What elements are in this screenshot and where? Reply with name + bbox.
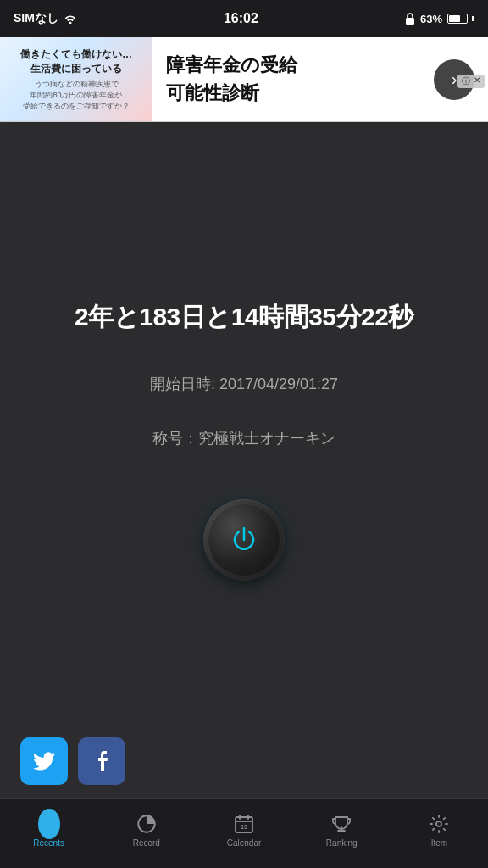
record-tab-icon [136, 813, 158, 835]
status-right: 63% [405, 13, 474, 25]
recents-tab-icon [38, 813, 60, 835]
start-date-label: 開始日時: 2017/04/29/01:27 [150, 374, 338, 394]
svg-rect-0 [406, 18, 414, 25]
ad-main-text-line2: 可能性診断 [166, 81, 297, 106]
power-button-wrapper[interactable] [203, 499, 285, 581]
ad-image-sub: うつ病などの精神疾患で年間約80万円の障害年金が受給できるのをご存知ですか？ [23, 79, 130, 111]
tab-item[interactable]: Item [391, 799, 488, 868]
timer-display: 2年と183日と14時間35分22秒 [75, 300, 413, 333]
power-button[interactable] [203, 499, 285, 581]
gear-icon [429, 814, 449, 834]
pie-chart-icon [136, 813, 158, 835]
calendar-tab-label: Calendar [227, 838, 262, 848]
ad-close-icon[interactable]: ✕ [474, 75, 480, 87]
svg-point-6 [436, 821, 441, 826]
calendar-icon: 15 [234, 814, 254, 834]
clock-icon [41, 815, 58, 832]
svg-text:15: 15 [241, 824, 247, 830]
tab-calendar[interactable]: 15 Calendar [195, 799, 292, 868]
calendar-tab-icon: 15 [233, 813, 255, 835]
tab-ranking[interactable]: Ranking [293, 799, 391, 868]
lock-icon [405, 13, 415, 25]
ad-content[interactable]: 障害年金の受給 可能性診断 › [152, 37, 488, 121]
battery-label: 63% [420, 13, 442, 25]
ad-text-block: 障害年金の受給 可能性診断 [166, 53, 297, 105]
tab-record[interactable]: Record [97, 799, 195, 868]
ad-banner[interactable]: 働きたくても働けない…生活費に困っている うつ病などの精神疾患で年間約80万円の… [0, 37, 488, 122]
wifi-icon [64, 14, 77, 24]
status-left: SIMなし [14, 11, 77, 26]
twitter-button[interactable] [20, 737, 68, 785]
item-tab-icon [428, 813, 450, 835]
ad-image: 働きたくても働けない…生活費に困っている うつ病などの精神疾患で年間約80万円の… [0, 37, 152, 121]
main-content: 2年と183日と14時間35分22秒 開始日時: 2017/04/29/01:2… [0, 122, 488, 798]
title-label: 称号：究極戦士オナーキン [152, 428, 336, 448]
recents-tab-label: Recents [33, 838, 64, 848]
ad-main-text-line1: 障害年金の受給 [166, 53, 297, 78]
facebook-icon [96, 750, 108, 772]
ranking-tab-label: Ranking [326, 838, 358, 848]
trophy-icon [331, 814, 352, 834]
ad-info-badge[interactable]: ⓘ ✕ [458, 75, 485, 88]
ad-info-icon: ⓘ [462, 75, 470, 87]
twitter-icon [33, 752, 55, 771]
facebook-button[interactable] [78, 737, 125, 785]
item-tab-label: Item [431, 838, 447, 848]
status-time: 16:02 [224, 11, 258, 26]
tab-recents[interactable]: Recents [0, 799, 97, 868]
record-tab-label: Record [133, 838, 160, 848]
ranking-tab-icon [330, 813, 352, 835]
battery-indicator [447, 14, 474, 24]
power-icon [229, 525, 259, 555]
carrier-label: SIMなし [14, 11, 58, 26]
social-buttons [20, 737, 125, 785]
ad-image-headline: 働きたくても働けない…生活費に困っている [20, 47, 132, 76]
tab-bar: Recents Record 15 Calendar [0, 798, 488, 868]
status-bar: SIMなし 16:02 63% [0, 0, 488, 37]
